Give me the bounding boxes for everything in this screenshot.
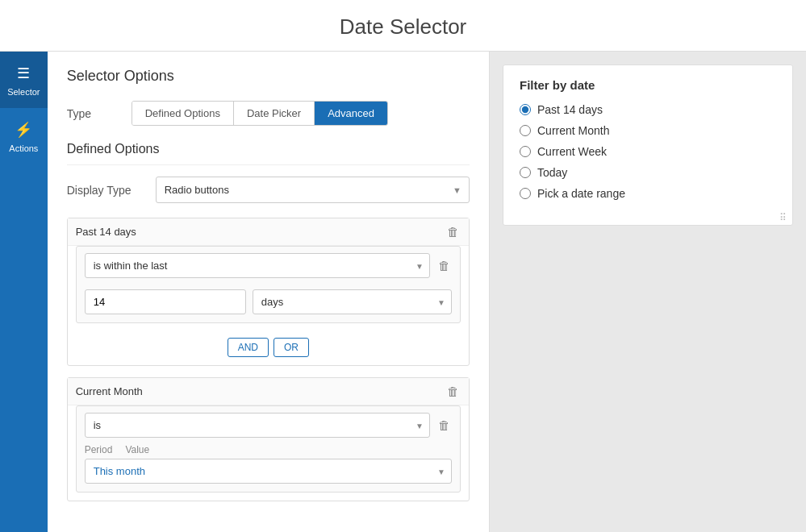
logic-row: AND OR: [68, 331, 469, 365]
option-2-condition-block: is is within the last is before is after…: [76, 405, 461, 493]
period-select[interactable]: This month Last month This quarter This …: [85, 459, 452, 484]
option-1-condition-row: is within the last is is before is after…: [77, 247, 460, 285]
option-2-condition-select[interactable]: is is within the last is before is after: [85, 413, 430, 438]
type-buttons: Defined Options Date Picker Advanced: [132, 101, 388, 126]
radio-pickrange-label: Pick a date range: [537, 187, 625, 200]
option-2-header: Current Month 🗑: [68, 378, 469, 405]
resize-handle[interactable]: ⠿: [779, 212, 789, 222]
radio-today[interactable]: [520, 167, 531, 178]
period-value-headers: Period Value: [85, 444, 452, 455]
option-block-1: Past 14 days 🗑 is within the last is is …: [67, 218, 470, 366]
radio-today-label: Today: [537, 166, 567, 179]
radio-item-today[interactable]: Today: [520, 166, 776, 179]
type-btn-datepicker[interactable]: Date Picker: [234, 102, 315, 125]
option-2-condition-row: is is within the last is before is after…: [77, 406, 460, 444]
type-row: Type Defined Options Date Picker Advance…: [67, 101, 470, 126]
radio-currentweek[interactable]: [520, 146, 531, 157]
type-btn-defined[interactable]: Defined Options: [132, 102, 234, 125]
sidebar: ☰ Selector ⚡ Actions: [0, 52, 48, 532]
option-1-condition-select-wrap: is within the last is is before is after…: [85, 253, 430, 278]
sidebar-item-actions[interactable]: ⚡ Actions: [0, 108, 48, 164]
display-type-select-wrapper: Radio buttons Dropdown Checkboxes ▼: [156, 177, 470, 203]
page-title: Date Selector: [0, 0, 806, 52]
panel-title: Selector Options: [67, 68, 470, 85]
radio-pickrange[interactable]: [520, 188, 531, 199]
type-btn-advanced[interactable]: Advanced: [315, 102, 387, 125]
value-col-label: Value: [125, 444, 149, 455]
display-type-label: Display Type: [67, 184, 156, 197]
period-select-wrap: This month Last month This quarter This …: [85, 459, 452, 484]
option-2-label: Current Month: [76, 385, 445, 397]
option-2-condition-select-wrap: is is within the last is before is after…: [85, 413, 430, 438]
radio-past14-label: Past 14 days: [537, 103, 603, 116]
option-1-delete-btn[interactable]: 🗑: [445, 225, 461, 239]
and-btn[interactable]: AND: [228, 338, 269, 357]
radio-currentmonth[interactable]: [520, 125, 531, 136]
option-1-number-input[interactable]: [85, 289, 246, 314]
radio-currentweek-label: Current Week: [537, 145, 607, 158]
type-label: Type: [67, 107, 132, 120]
option-1-condition-block: is within the last is is before is after…: [76, 246, 461, 323]
sidebar-item-selector[interactable]: ☰ Selector: [0, 52, 48, 108]
option-1-condition-delete-btn[interactable]: 🗑: [436, 259, 452, 272]
radio-currentmonth-label: Current Month: [537, 124, 609, 137]
option-1-condition-select[interactable]: is within the last is is before is after: [85, 253, 430, 278]
left-panel: Selector Options Type Defined Options Da…: [48, 52, 490, 532]
radio-past14[interactable]: [520, 104, 531, 115]
option-1-header: Past 14 days 🗑: [68, 218, 469, 246]
option-1-label: Past 14 days: [76, 226, 445, 238]
or-btn[interactable]: OR: [274, 338, 309, 357]
radio-item-currentmonth[interactable]: Current Month: [520, 124, 776, 137]
filter-card-title: Filter by date: [520, 78, 776, 92]
option-2-delete-btn[interactable]: 🗑: [445, 384, 461, 398]
period-value-section: Period Value This month Last month This …: [77, 444, 460, 492]
display-type-row: Display Type Radio buttons Dropdown Chec…: [67, 177, 470, 203]
radio-group: Past 14 days Current Month Current Week …: [520, 103, 776, 200]
option-block-2: Current Month 🗑 is is within the last is…: [67, 377, 470, 501]
option-1-value-row: days weeks months ▼: [77, 285, 460, 322]
option-2-condition-delete-btn[interactable]: 🗑: [436, 418, 452, 432]
section-title: Defined Options: [67, 142, 470, 165]
display-type-select[interactable]: Radio buttons Dropdown Checkboxes: [156, 177, 470, 203]
radio-item-pickrange[interactable]: Pick a date range: [520, 187, 776, 200]
filter-card: Filter by date Past 14 days Current Mont…: [503, 64, 793, 226]
right-panel: Filter by date Past 14 days Current Mont…: [490, 52, 806, 532]
selector-icon: ☰: [3, 64, 44, 83]
period-col-label: Period: [85, 444, 113, 455]
option-1-unit-select[interactable]: days weeks months: [253, 289, 452, 314]
radio-item-past14[interactable]: Past 14 days: [520, 103, 776, 116]
actions-icon: ⚡: [3, 121, 44, 139]
option-1-unit-select-wrap: days weeks months ▼: [253, 289, 452, 314]
radio-item-currentweek[interactable]: Current Week: [520, 145, 776, 158]
